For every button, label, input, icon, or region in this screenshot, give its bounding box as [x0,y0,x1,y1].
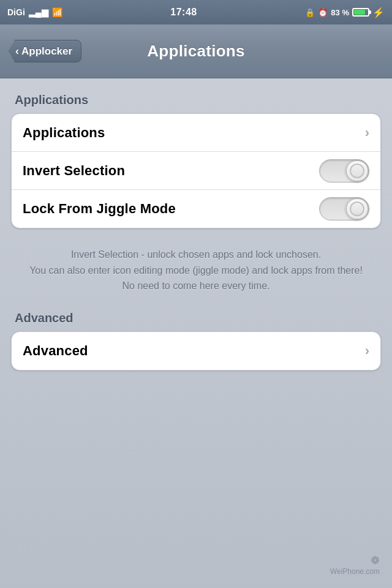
invert-selection-knob [346,160,368,181]
applications-row[interactable]: Applications › [12,114,380,152]
watermark: ❁ WeiPhone.com [330,554,380,576]
battery-percent: 83 % [331,8,349,17]
invert-selection-label: Invert Selection [23,163,125,179]
main-content: Applications Applications › Invert Selec… [0,78,392,588]
lock-icon: 🔒 [305,8,315,17]
wifi-icon: 📶 [52,7,62,17]
nav-bar: ‹ Applocker Applications [0,24,392,78]
status-left: DiGi ▂▄▆ 📶 [7,7,62,17]
carrier-label: DiGi [7,7,25,17]
status-bar: DiGi ▂▄▆ 📶 17:48 🔒 ⏰ 83 % ⚡ [0,0,392,24]
lightning-icon: ⚡ [372,7,385,18]
watermark-icon: ❁ [330,554,380,567]
section-header-applications: Applications [0,93,392,113]
battery-fill [354,10,365,15]
advanced-row[interactable]: Advanced › [12,332,380,370]
lock-jiggle-toggle[interactable] [319,197,369,221]
lock-jiggle-knob [346,198,368,219]
applications-chevron-icon: › [365,125,369,141]
applications-group: Applications › Invert Selection Lock Fro… [11,113,381,228]
advanced-group: Advanced › [11,331,381,371]
back-chevron-icon: ‹ [15,45,19,58]
watermark-text: WeiPhone.com [330,567,380,576]
applications-label: Applications [23,125,105,141]
back-button-inner: ‹ Applocker [15,45,72,58]
battery-icon [352,8,369,17]
back-button-label: Applocker [21,45,72,58]
signal-icon: ▂▄▆ [29,7,48,17]
battery-container [352,8,369,17]
lock-jiggle-label: Lock From Jiggle Mode [23,201,176,217]
invert-selection-row: Invert Selection [12,152,380,190]
description-text: Invert Selection - unlock chosen apps an… [0,235,392,306]
page-title: Applications [147,42,245,61]
advanced-label: Advanced [23,343,88,359]
status-time: 17:48 [170,7,197,18]
lock-jiggle-row: Lock From Jiggle Mode [12,190,380,228]
back-button[interactable]: ‹ Applocker [9,40,81,62]
invert-selection-toggle[interactable] [319,159,369,183]
advanced-chevron-icon: › [365,343,369,359]
section-header-advanced: Advanced [0,311,392,331]
clock-icon: ⏰ [318,8,328,17]
status-right: 🔒 ⏰ 83 % ⚡ [305,7,385,18]
